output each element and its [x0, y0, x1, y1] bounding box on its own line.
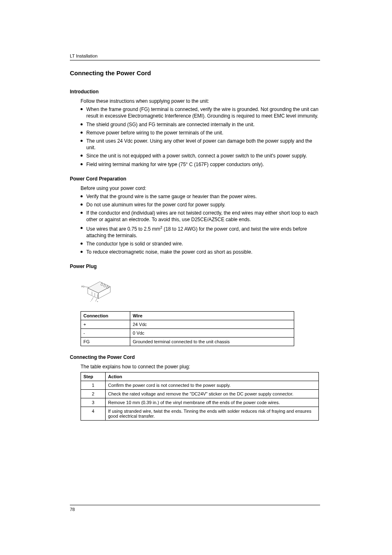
steps-header-step: Step: [81, 372, 106, 381]
prep-list: Verify that the ground wire is the same …: [81, 193, 320, 256]
table-row: 4If using stranded wire, twist the ends.…: [81, 407, 319, 420]
connect-heading: Connecting the Power Cord: [70, 354, 320, 360]
list-item: The conductor type is solid or stranded …: [81, 240, 320, 247]
step-action: Remove 10 mm (0.39 in.) of the vinyl mem…: [106, 398, 319, 407]
header-rule: LT Installation: [70, 53, 320, 60]
connection-table: Connection Wire +24 Vdc-0 VdcFGGrounded …: [81, 311, 294, 346]
step-number: 1: [81, 381, 106, 389]
list-item: Verify that the ground wire is the same …: [81, 193, 320, 200]
page-number: 78: [70, 507, 320, 512]
table-cell: FG: [81, 338, 130, 346]
table-row: +24 Vdc: [81, 320, 294, 329]
table-cell: -: [81, 329, 130, 338]
list-item: When the frame ground (FG) terminal is c…: [81, 106, 320, 119]
list-item: Since the unit is not equipped with a po…: [81, 153, 320, 159]
step-action: If using stranded wire, twist the ends. …: [106, 407, 319, 420]
prep-heading: Power Cord Preparation: [70, 176, 320, 182]
intro-block: Introduction Follow these instructions w…: [70, 89, 320, 168]
footer: 78: [70, 505, 320, 512]
steps-table: Step Action 1Confirm the power cord is n…: [81, 372, 319, 421]
intro-lead: Follow these instructions when supplying…: [81, 98, 320, 104]
conn-header-connection: Connection: [81, 312, 130, 320]
steps-header-action: Action: [106, 372, 319, 381]
table-row: -0 Vdc: [81, 329, 294, 338]
table-row: 2Check the rated voltage and remove the …: [81, 389, 319, 398]
connect-lead: The table explains how to connect the po…: [81, 363, 320, 370]
intro-list: When the frame ground (FG) terminal is c…: [81, 106, 320, 168]
connect-block: Connecting the Power Cord The table expl…: [70, 354, 320, 420]
list-item: The unit uses 24 Vdc power. Using any ot…: [81, 138, 320, 151]
plug-label-fg: FG: [81, 285, 84, 288]
plug-label-plus: +: [97, 300, 98, 302]
prep-lead: Before using your power cord:: [81, 185, 320, 192]
doc-reference: LT Installation: [70, 53, 320, 58]
table-row: FGGrounded terminal connected to the uni…: [81, 338, 294, 346]
step-number: 3: [81, 398, 106, 407]
svg-marker-0: [88, 282, 111, 293]
table-cell: 0 Vdc: [130, 329, 294, 338]
footer-rule: 78: [70, 505, 320, 512]
list-item: Use wires that are 0.75 to 2.5 mm2 (18 t…: [81, 225, 320, 239]
power-plug-illustration: FG - +: [81, 278, 118, 302]
step-number: 4: [81, 407, 106, 420]
section-title: Connecting the Power Cord: [70, 69, 320, 76]
svg-line-13: [91, 297, 93, 301]
table-row: 1Confirm the power cord is not connected…: [81, 381, 319, 389]
prep-block: Power Cord Preparation Before using your…: [70, 176, 320, 256]
plug-block: Power Plug FG - +: [70, 264, 320, 346]
plug-heading: Power Plug: [70, 264, 320, 269]
list-item: Field wiring terminal marking for wire t…: [81, 161, 320, 168]
table-cell: Grounded terminal connected to the unit …: [130, 338, 294, 346]
conn-header-wire: Wire: [130, 312, 294, 320]
table-cell: +: [81, 320, 130, 329]
list-item: If the conductor end (individual) wires …: [81, 210, 320, 223]
step-action: Confirm the power cord is not connected …: [106, 381, 319, 389]
table-row: 3Remove 10 mm (0.39 in.) of the vinyl me…: [81, 398, 319, 407]
table-cell: 24 Vdc: [130, 320, 294, 329]
superscript: 2: [160, 225, 162, 229]
step-action: Check the rated voltage and remove the "…: [106, 389, 319, 398]
list-item: The shield ground (SG) and FG terminals …: [81, 121, 320, 128]
intro-heading: Introduction: [70, 89, 320, 95]
svg-line-12: [84, 287, 89, 288]
plug-label-minus: -: [90, 300, 91, 302]
list-item: Remove power before wiring to the power …: [81, 130, 320, 136]
list-item: Do not use aluminum wires for the power …: [81, 201, 320, 208]
step-number: 2: [81, 389, 106, 398]
list-item: To reduce electromagnetic noise, make th…: [81, 249, 320, 255]
